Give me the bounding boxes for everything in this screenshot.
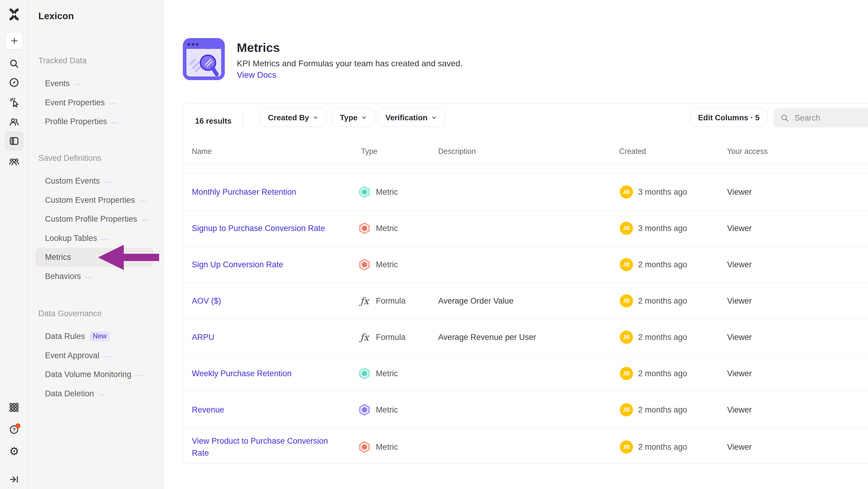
filter-button-verification[interactable]: Verification [377,108,445,127]
search-nav-icon[interactable] [9,58,19,69]
formula-fx-icon: ƒx [360,295,369,306]
sidebar-item-metrics[interactable]: Metrics [35,248,154,267]
column-header-created: Created [619,147,646,155]
mixpanel-logo-icon[interactable] [7,8,21,21]
table-row[interactable]: Revenue Metric JB 2 months ago Viewer [183,392,868,428]
notification-dot [15,423,20,428]
edit-columns-button[interactable]: Edit Columns · 5 [690,108,768,127]
sidebar-item-data-volume-monitoring[interactable]: Data Volume Monitoring [29,365,163,384]
table-toolbar: 16 results Created By Type Verification … [183,104,868,138]
created-cell: JB 2 months ago [620,258,687,271]
access-cell: Viewer [727,260,752,269]
sidebar-item-custom-event-properties[interactable]: Custom Event Properties [29,191,163,210]
sidebar-item-data-rules[interactable]: Data RulesNew [29,327,163,346]
new-badge [104,356,111,357]
sidebar-section: Data Governance Data RulesNew Event Appr… [29,304,163,403]
filter-button-type[interactable]: Type [332,108,375,127]
help-button[interactable]: ? [9,425,19,435]
sidebar-item-behaviors[interactable]: Behaviors [29,267,163,286]
chevron-down-icon [362,115,367,120]
created-cell: JB 2 months ago [620,403,687,416]
search-box[interactable] [774,108,868,127]
sidebar-section-label: Tracked Data [38,51,163,70]
lexicon-nav-selected[interactable] [4,132,24,151]
sidebar-item-profile-properties[interactable]: Profile Properties [29,112,163,132]
settings-gear-icon[interactable]: ⚙ [9,447,19,457]
chevron-down-icon [313,115,318,120]
access-cell: Viewer [727,333,752,342]
collapse-sidebar-icon[interactable] [9,474,19,485]
sidebar: Lexicon Tracked Data Events Event Proper… [29,0,164,489]
sidebar-item-data-deletion[interactable]: Data Deletion [29,384,163,403]
table-row[interactable]: Sign Up Conversion Rate Metric JB 2 mont… [183,247,868,283]
search-input[interactable] [794,113,867,123]
chevron-down-icon [431,115,437,120]
type-cell: ƒx Formula [359,295,405,307]
view-docs-link[interactable]: View Docs [237,70,276,80]
new-badge [111,122,118,124]
sidebar-item-events[interactable]: Events [29,74,163,93]
new-badge [74,84,81,86]
metric-name-link[interactable]: Weekly Purchase Retention [192,368,342,379]
table-row[interactable]: AOV ($) ƒx Formula Average Order Value J… [183,283,868,319]
sidebar-item-custom-events[interactable]: Custom Events [29,172,163,191]
sidebar-item-custom-profile-properties[interactable]: Custom Profile Properties [29,210,163,229]
column-header-name: Name [192,147,212,155]
sidebar-item-event-properties[interactable]: Event Properties [29,93,163,113]
table-header: NameTypeDescriptionCreatedYour access [183,138,868,164]
search-icon [780,113,789,122]
metric-hexagon-purple-icon [359,404,370,416]
type-cell: ƒx Formula [359,331,405,343]
lexicon-page: { "colors": { "accent_indigo": "#4533d6"… [0,0,868,489]
new-badge [139,200,146,202]
icon-rail: ? ⚙ [0,0,29,489]
results-count: 16 results [195,111,231,131]
column-header-your-access: Your access [727,147,768,155]
metric-name-link[interactable]: Sign Up Conversion Rate [192,259,342,270]
metric-name-link[interactable]: AOV ($) [192,295,342,307]
description-cell: Average Order Value [438,296,514,306]
users-icon[interactable] [9,117,19,127]
access-cell: Viewer [727,442,752,452]
table-row[interactable]: ARPU ƒx Formula Average Revenue per User… [183,319,868,355]
metrics-table-card: 16 results Created By Type Verification … [183,103,868,464]
metric-name-link[interactable]: Signup to Purchase Conversion Rate [192,222,342,234]
sidebar-section-label: Data Governance [38,304,163,323]
access-cell: Viewer [727,188,752,197]
metric-name-link[interactable]: View Product to Purchase Conversion Rate [192,435,342,459]
metric-name-link[interactable]: Revenue [192,404,342,416]
new-badge [135,375,143,376]
new-badge [142,219,149,221]
avatar: JB [620,294,633,308]
sidebar-item-lookup-tables[interactable]: Lookup Tables [29,229,163,248]
metric-hexagon-red-icon [359,441,370,453]
filter-button-created-by[interactable]: Created By [260,108,327,127]
create-new-button[interactable] [6,32,23,50]
sidebar-item-event-approval[interactable]: Event Approval [29,346,163,365]
description-cell: Average Revenue per User [438,333,536,342]
table-row[interactable]: Monthly Purchaser Retention Metric JB 3 … [183,174,868,210]
table-row[interactable]: Signup to Purchase Conversion Rate Metri… [183,210,868,247]
type-cell: Metric [359,441,398,453]
apps-grid-icon[interactable] [9,402,19,412]
new-badge [98,394,105,396]
column-header-description: Description [438,147,476,155]
compass-icon[interactable] [9,78,19,88]
avatar: JB [620,258,633,271]
new-badge: New [89,332,110,341]
metric-hexagon-teal-icon [359,368,370,379]
metric-name-link[interactable]: ARPU [192,331,342,343]
metric-hexagon-red-icon [359,259,370,270]
metric-name-link[interactable]: Monthly Purchaser Retention [192,186,342,198]
new-badge [109,103,116,105]
group-icon[interactable] [9,156,19,167]
sidebar-section-label: Saved Definitions [38,148,163,168]
type-cell: Metric [359,259,398,270]
click-cursor-icon[interactable] [9,97,19,107]
metric-hexagon-teal-icon [359,186,370,198]
table-row[interactable]: View Product to Purchase Conversion Rate… [183,428,868,464]
type-cell: Metric [359,404,398,416]
table-row[interactable]: Weekly Purchase Retention Metric JB 2 mo… [183,355,868,392]
avatar: JB [620,185,633,199]
sidebar-section: Saved Definitions Custom Events Custom E… [29,148,163,286]
